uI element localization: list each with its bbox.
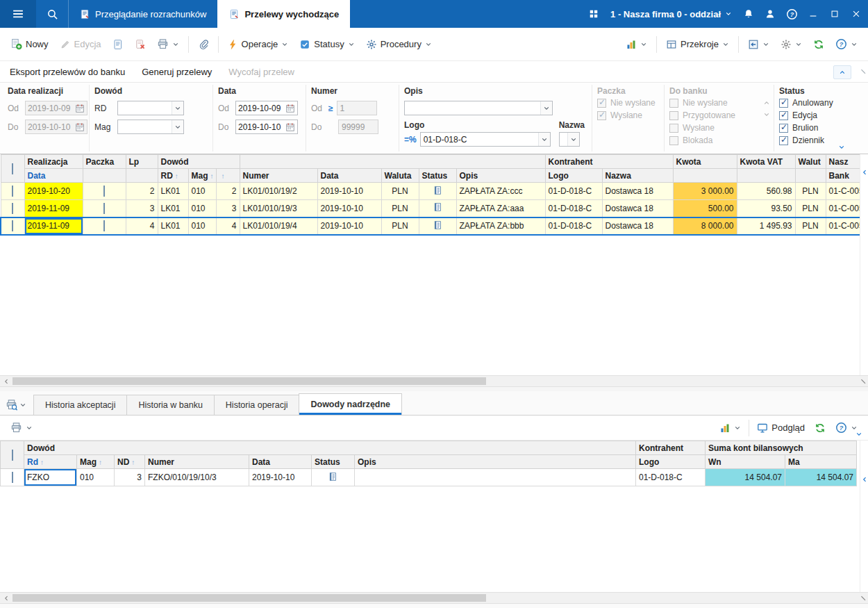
main-grid-hscrollbar[interactable] — [0, 375, 868, 387]
checkbox[interactable] — [779, 124, 788, 133]
cell-logo[interactable]: 01-D-018-C — [545, 200, 602, 217]
numer-do-input[interactable] — [338, 120, 378, 134]
column-header-rd[interactable]: RD↑ — [158, 169, 188, 183]
cell-nazwa[interactable]: Dostawca 18 — [602, 217, 673, 235]
checkbox[interactable] — [12, 163, 13, 174]
cell-status[interactable] — [419, 200, 456, 217]
column-header-kwota[interactable] — [673, 169, 737, 183]
bottom-grid-hscrollbar[interactable] — [0, 592, 868, 604]
export-transfers-button[interactable]: Eksport przelewów do banku — [1, 61, 133, 82]
search-button[interactable] — [36, 0, 68, 28]
cell-bank[interactable]: 01-C-005 — [826, 200, 860, 217]
settings-button[interactable] — [776, 33, 807, 56]
maximize-button[interactable] — [824, 0, 845, 28]
cell-realizacja[interactable]: 2019-10-20 — [24, 183, 83, 200]
cell-walut[interactable]: PLN — [795, 183, 826, 200]
column-header-waluta[interactable]: Waluta — [381, 169, 419, 183]
row-checkbox[interactable] — [1, 183, 24, 200]
column-header-nazwa[interactable]: Nazwa — [602, 169, 673, 183]
cell-logo[interactable]: 01-D-018-C — [545, 183, 602, 200]
cell-nd[interactable]: 3 — [115, 469, 145, 486]
cell-numer[interactable]: FZKO/010/19/10/3 — [145, 469, 249, 486]
help-menu-button[interactable]: ? — [831, 33, 862, 56]
calendar-icon[interactable] — [75, 104, 85, 113]
cell-walut[interactable]: PLN — [795, 217, 826, 235]
refresh-button[interactable] — [808, 33, 829, 56]
cell-nr[interactable]: 4 — [216, 217, 240, 235]
cell-numer[interactable]: LK01/010/19/3 — [240, 200, 317, 217]
cell-realizacja[interactable]: 2019-11-09 — [24, 217, 83, 235]
calendar-icon[interactable] — [285, 122, 295, 132]
column-header-logo[interactable]: Logo — [636, 455, 706, 469]
cell-rd[interactable]: FZKO — [24, 469, 77, 486]
checkbox-option-brulion[interactable]: Brulion — [779, 122, 847, 134]
row-paczka-checkbox[interactable] — [103, 186, 105, 197]
combo-dropdown-button[interactable] — [567, 133, 579, 146]
column-header-mag[interactable]: Mag↑ — [77, 455, 115, 469]
detail-print-preview-button[interactable] — [6, 399, 26, 411]
detail-refresh-button[interactable] — [810, 417, 831, 439]
column-header-bank[interactable]: Bank — [826, 169, 860, 183]
detail-print-button[interactable] — [6, 417, 37, 439]
column-header-numer[interactable]: Numer — [145, 455, 249, 469]
cell-mag[interactable]: 010 — [77, 469, 115, 486]
scroll-right-button[interactable] — [856, 376, 868, 386]
data-realizacji-do-input[interactable] — [25, 120, 87, 134]
scrollbar-thumb[interactable] — [12, 377, 486, 385]
cell-data[interactable]: 2019-10-10 — [317, 183, 381, 200]
transfer-row[interactable]: 2019-11-094LK010104LK01/010/19/42019-10-… — [1, 217, 860, 235]
dowod-rd-select[interactable] — [117, 101, 184, 115]
cell-bank[interactable]: 01-C-005 — [826, 183, 860, 200]
dowod-mag-select[interactable] — [117, 120, 184, 134]
cell-nr[interactable]: 2 — [216, 183, 240, 200]
cell-rd[interactable]: LK01 — [158, 183, 188, 200]
nazwa-select[interactable] — [559, 132, 580, 147]
cell-data[interactable]: 2019-10-10 — [317, 217, 381, 235]
cell-ma[interactable]: 14 504.07 — [785, 469, 857, 486]
cell-paczka[interactable] — [83, 217, 126, 235]
checkbox[interactable] — [12, 203, 13, 214]
checkbox[interactable] — [12, 186, 13, 197]
scrollbar-thumb[interactable] — [12, 594, 486, 602]
checkbox-option-anulowany[interactable]: Anulowany — [779, 97, 847, 109]
column-header-status[interactable]: Status — [419, 169, 456, 183]
statuses-menu-button[interactable]: Statusy — [294, 33, 359, 56]
cell-logo[interactable]: 01-D-018-C — [636, 469, 706, 486]
opis-select[interactable] — [404, 101, 553, 115]
calendar-icon[interactable] — [285, 104, 295, 113]
column-header-walut[interactable] — [795, 169, 826, 183]
cell-nr[interactable]: 3 — [216, 200, 240, 217]
cell-logo[interactable]: 01-D-018-C — [545, 217, 602, 235]
column-header-ma[interactable]: Ma — [785, 455, 857, 469]
filter-expand-button[interactable] — [859, 67, 866, 77]
cell-waluta[interactable]: PLN — [381, 217, 419, 235]
new-button[interactable]: Nowy — [6, 33, 53, 56]
cell-status[interactable] — [312, 469, 355, 486]
checkbox[interactable] — [779, 136, 788, 145]
cell-kwota_vat[interactable]: 93.50 — [737, 200, 795, 217]
apps-grid-button[interactable] — [583, 0, 604, 28]
parent-document-row[interactable]: FZKO0103FZKO/010/19/10/32019-10-1001-D-0… — [1, 469, 857, 486]
cell-mag[interactable]: 010 — [188, 217, 216, 235]
select-all-checkbox[interactable] — [1, 155, 24, 183]
cell-rd[interactable]: LK01 — [158, 217, 188, 235]
bottom-grid-collapse-button[interactable] — [861, 471, 868, 488]
status-scroll-down-button[interactable] — [833, 142, 850, 153]
procedures-menu-button[interactable]: Procedury — [361, 33, 437, 56]
data-do-input[interactable] — [235, 120, 298, 134]
detail-tab-dowody-nadrzędne[interactable]: Dowody nadrzędne — [299, 393, 402, 415]
detail-tab-historia-akceptacji[interactable]: Historia akceptacji — [33, 395, 127, 415]
cell-lp[interactable]: 3 — [126, 200, 158, 217]
cell-kwota_vat[interactable]: 1 495.93 — [737, 217, 795, 235]
checkbox[interactable] — [779, 99, 788, 108]
cell-kwota[interactable]: 8 000.00 — [673, 217, 737, 235]
date-value-input[interactable] — [28, 122, 74, 132]
do-banku-scroll-down-button[interactable] — [763, 110, 770, 120]
cell-waluta[interactable]: PLN — [381, 183, 419, 200]
column-header-rd[interactable]: Rd↑ — [24, 455, 77, 469]
column-header-data[interactable]: Data — [249, 455, 312, 469]
cell-walut[interactable]: PLN — [795, 200, 826, 217]
detail-tab-historia-w-banku[interactable]: Historia w banku — [126, 395, 214, 415]
generate-transfers-button[interactable]: Generuj przelewy — [133, 61, 220, 82]
column-header-nd[interactable]: ND↑ — [115, 455, 145, 469]
